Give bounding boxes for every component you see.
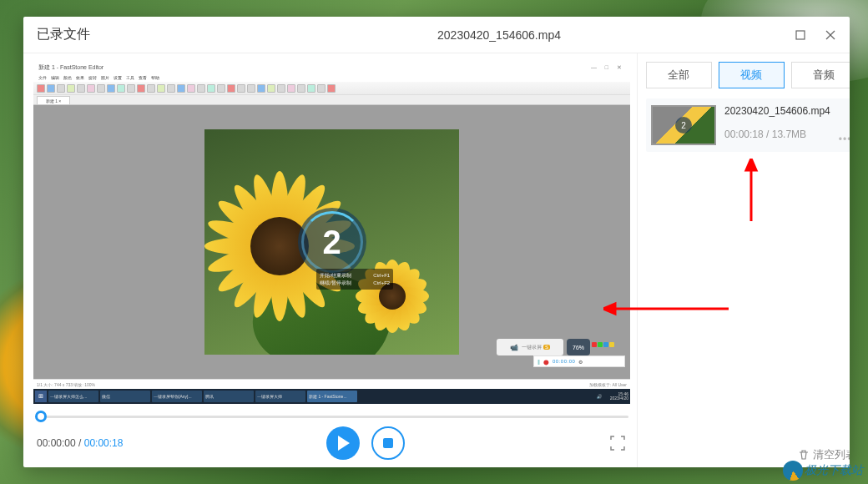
- player-controls: 00:00:00 / 00:00:18: [33, 422, 630, 467]
- countdown-overlay: 2: [298, 208, 366, 276]
- taskbar-item: 一键录屏帮你[Any]...: [152, 391, 202, 402]
- svg-rect-0: [796, 31, 805, 39]
- editor-tab: 新建 1 ×: [37, 96, 70, 104]
- taskbar-item: 微信: [100, 391, 150, 402]
- file-thumbnail: 2: [651, 105, 716, 145]
- stop-button[interactable]: [371, 426, 405, 460]
- editor-tabbar: 新建 1 ×: [33, 95, 630, 105]
- tab-all[interactable]: 全部: [646, 62, 712, 88]
- countdown-number: 2: [322, 224, 341, 261]
- current-filename: 20230420_154606.mp4: [204, 28, 795, 42]
- editor-app-title: 新建 1 - FastStone Editor: [38, 63, 103, 72]
- tab-audio[interactable]: 音频: [791, 62, 850, 88]
- file-meta: 00:00:18 / 13.7MB: [724, 129, 830, 140]
- file-more-button[interactable]: •••: [839, 134, 850, 145]
- video-preview[interactable]: 新建 1 - FastStone Editor — □ ✕ 文件编辑颜色效果旋转…: [33, 62, 630, 404]
- file-name: 20230420_154606.mp4: [724, 105, 830, 117]
- play-button[interactable]: [326, 426, 360, 460]
- watermark-logo-icon: [783, 461, 803, 481]
- filter-tabs: 全部 视频 音频: [646, 62, 850, 88]
- trash-icon: [798, 449, 810, 461]
- recorded-desktop: 新建 1 - FastStone Editor — □ ✕ 文件编辑颜色效果旋转…: [33, 62, 630, 404]
- tab-video[interactable]: 视频: [719, 62, 785, 88]
- zoom-badge: 76%: [567, 339, 590, 355]
- file-list-item[interactable]: 2 20230420_154606.mp4 00:00:18 / 13.7MB …: [646, 98, 850, 152]
- thumb-countdown-badge: 2: [675, 117, 692, 134]
- maximize-button[interactable]: [795, 29, 806, 41]
- progress-thumb[interactable]: [35, 411, 47, 422]
- current-time: 00:00:00: [37, 437, 76, 449]
- taskbar-item: 新建 1 - FastStone...: [307, 391, 357, 402]
- total-time: 00:00:18: [84, 437, 124, 449]
- windows-taskbar: ⊞ 一键录屏大师怎么... 微信 一键录屏帮你[Any]... 腾讯 一键录屏大…: [33, 389, 630, 404]
- recorder-inline-toolbar: ‖⬤00:00:00⚙: [533, 355, 625, 367]
- titlebar: 已录文件 20230420_154606.mp4: [23, 17, 850, 53]
- recorded-files-window: 已录文件 20230420_154606.mp4 新建 1 - FastSton…: [23, 17, 850, 467]
- taskbar-item: 一键录屏大师: [255, 391, 305, 402]
- close-button[interactable]: [825, 29, 836, 41]
- start-button: ⊞: [35, 391, 47, 402]
- file-list-pane: 全部 视频 音频 2 20230420_154606.mp4 00:00:18 …: [637, 53, 850, 467]
- editor-statusbar: 1/1 大小: 744 x 733 缩放: 100% 加载模板于: All Us…: [33, 379, 630, 389]
- editor-canvas: 2 开始/结束录制Ctrl+F1 继续/暂停录制Ctrl+F2 一键录屏 S 7…: [33, 105, 630, 379]
- taskbar-item: 腾讯: [204, 391, 254, 402]
- window-title: 已录文件: [37, 26, 204, 43]
- recorder-float-toolbar: 一键录屏 S: [497, 339, 563, 355]
- editor-menubar: 文件编辑颜色效果旋转图片设置工具查看帮助: [33, 73, 630, 82]
- editor-window-controls: — □ ✕: [591, 64, 625, 71]
- shortcut-hint: 开始/结束录制Ctrl+F1 继续/暂停录制Ctrl+F2: [316, 269, 393, 290]
- editor-toolbar: [33, 82, 630, 95]
- time-display: 00:00:00 / 00:00:18: [37, 437, 123, 449]
- player-pane: 新建 1 - FastStone Editor — □ ✕ 文件编辑颜色效果旋转…: [23, 53, 637, 467]
- sunflower-image: 2 开始/结束录制Ctrl+F1 继续/暂停录制Ctrl+F2: [204, 129, 459, 355]
- taskbar-item: 一键录屏大师怎么...: [48, 391, 98, 402]
- svg-marker-3: [338, 436, 350, 451]
- watermark: 极光下载站: [783, 461, 863, 481]
- progress-bar[interactable]: [35, 416, 628, 418]
- fullscreen-button[interactable]: [608, 434, 627, 452]
- progress-bar-row: [33, 404, 630, 422]
